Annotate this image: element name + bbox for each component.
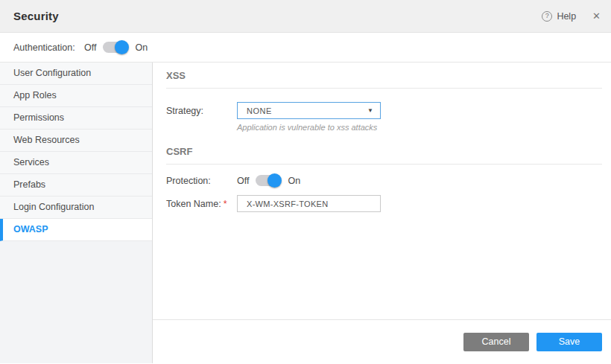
help-button[interactable]: ? Help bbox=[542, 11, 576, 22]
chevron-down-icon: ▼ bbox=[367, 108, 373, 114]
protection-toggle-knob bbox=[267, 173, 282, 188]
help-icon[interactable]: ? bbox=[542, 11, 552, 22]
xss-divider bbox=[166, 88, 602, 89]
close-icon[interactable]: ✕ bbox=[592, 11, 601, 21]
protection-row: Protection: Off On bbox=[166, 175, 602, 186]
cancel-button[interactable]: Cancel bbox=[463, 333, 529, 351]
sidebar-item-prefabs[interactable]: Prefabs bbox=[0, 174, 152, 197]
sidebar-item-owasp[interactable]: OWASP bbox=[0, 219, 152, 241]
required-asterisk: * bbox=[224, 199, 227, 209]
strategy-select-value: NONE bbox=[247, 106, 272, 115]
protection-toggle-group: Off On bbox=[237, 175, 300, 186]
help-label[interactable]: Help bbox=[557, 11, 576, 22]
sidebar-item-services[interactable]: Services bbox=[0, 152, 152, 174]
dialog-body: User Configuration App Roles Permissions… bbox=[0, 63, 611, 363]
authentication-toggle-group: Off On bbox=[84, 42, 148, 53]
sidebar: User Configuration App Roles Permissions… bbox=[0, 63, 153, 363]
authentication-toggle-off-label: Off bbox=[84, 42, 96, 53]
token-name-label-text: Token Name: bbox=[166, 199, 221, 209]
security-dialog: Security ? Help ✕ Authentication: Off On… bbox=[0, 0, 611, 364]
footer: Cancel Save bbox=[153, 319, 611, 363]
authentication-toggle-on-label: On bbox=[135, 42, 148, 53]
page-title: Security bbox=[13, 10, 59, 22]
protection-toggle-off-label: Off bbox=[237, 176, 249, 186]
titlebar: Security ? Help ✕ bbox=[0, 0, 611, 33]
save-button[interactable]: Save bbox=[536, 333, 602, 351]
strategy-label: Strategy: bbox=[166, 106, 237, 116]
titlebar-actions: ? Help ✕ bbox=[542, 11, 601, 22]
authentication-toggle[interactable] bbox=[103, 42, 128, 53]
token-name-row: Token Name:* bbox=[166, 195, 602, 212]
sidebar-item-web-resources[interactable]: Web Resources bbox=[0, 130, 152, 152]
sidebar-item-login-configuration[interactable]: Login Configuration bbox=[0, 197, 152, 219]
main-panel: XSS Strategy: NONE ▼ Application is vuln… bbox=[153, 63, 611, 363]
protection-toggle[interactable] bbox=[256, 175, 281, 186]
xss-helper-text: Application is vulnerable to xss attacks bbox=[237, 123, 602, 132]
strategy-select[interactable]: NONE ▼ bbox=[237, 102, 381, 119]
sidebar-item-app-roles[interactable]: App Roles bbox=[0, 85, 152, 107]
owasp-content: XSS Strategy: NONE ▼ Application is vuln… bbox=[153, 63, 611, 319]
csrf-section-heading: CSRF bbox=[166, 146, 602, 157]
token-name-input[interactable] bbox=[237, 195, 381, 212]
strategy-row: Strategy: NONE ▼ bbox=[166, 102, 602, 119]
sidebar-item-user-configuration[interactable]: User Configuration bbox=[0, 63, 152, 85]
authentication-row: Authentication: Off On bbox=[0, 33, 611, 63]
sidebar-item-permissions[interactable]: Permissions bbox=[0, 107, 152, 130]
token-name-label: Token Name:* bbox=[166, 199, 237, 209]
protection-label: Protection: bbox=[166, 176, 237, 186]
xss-section-heading: XSS bbox=[166, 70, 602, 81]
authentication-label: Authentication: bbox=[13, 42, 84, 53]
authentication-toggle-knob bbox=[115, 40, 129, 54]
protection-toggle-on-label: On bbox=[288, 176, 300, 186]
csrf-divider bbox=[166, 164, 602, 165]
